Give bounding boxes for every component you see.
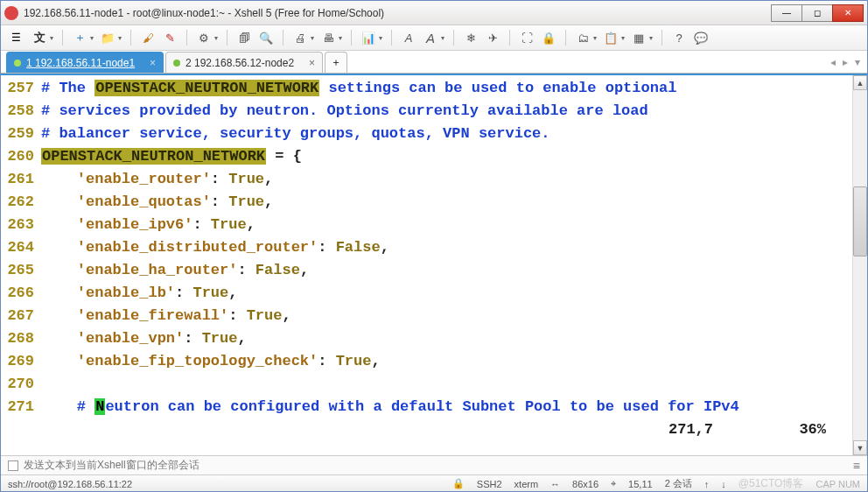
code-text — [41, 373, 852, 396]
vim-pct: 36% — [774, 418, 826, 441]
tab-nav: ◂ ▸ ▾ — [830, 52, 860, 73]
cursor-icon: ⌖ — [611, 478, 616, 489]
code-text: 'enable_ha_router': False, — [41, 259, 852, 282]
broadcast-checkbox[interactable] — [8, 460, 18, 471]
statusbar: ssh://root@192.168.56.11:22 🔒 SSH2 xterm… — [1, 474, 867, 492]
line-number: 262 — [1, 191, 41, 214]
status-sessions: 2 会话 — [665, 477, 692, 490]
code-text: 'enable_vpn': True, — [41, 327, 852, 350]
tab-list-icon[interactable]: ▾ — [855, 56, 860, 68]
code-line: 268 'enable_vpn': True, — [1, 327, 852, 350]
code-line: 270 — [1, 373, 852, 396]
chart-icon[interactable]: 📊 — [360, 29, 376, 46]
new-session-icon[interactable]: ＋ — [72, 29, 88, 46]
vertical-scrollbar[interactable]: ▲ ▼ — [852, 75, 867, 455]
line-number: 260 — [1, 145, 41, 168]
fullscreen-icon[interactable]: ⛶ — [519, 29, 535, 46]
line-number: 259 — [1, 123, 41, 145]
lock-small-icon: 🔒 — [452, 478, 465, 489]
status-size: 86x16 — [572, 479, 598, 489]
settings-icon[interactable]: ⚙ — [196, 29, 212, 46]
code-line: 262 'enable_quotas': True, — [1, 191, 852, 214]
code-text: # services provided by neutron. Options … — [41, 100, 852, 123]
layout1-icon[interactable]: 📋 — [603, 29, 619, 46]
chat-icon[interactable]: 💬 — [693, 29, 709, 46]
line-number: 266 — [1, 282, 41, 305]
scroll-down-icon[interactable]: ▼ — [853, 440, 867, 455]
app-icon — [4, 6, 18, 20]
connection-string: ssh://root@192.168.56.11:22 — [8, 479, 132, 489]
line-number: 267 — [1, 305, 41, 327]
menu-icon[interactable]: ☰ — [6, 28, 25, 47]
watermark: @51CTO博客 — [738, 476, 804, 491]
panel-toggle-icon[interactable]: ≡ — [853, 459, 860, 473]
find-icon[interactable]: 🔍 — [258, 29, 274, 46]
printer-icon[interactable]: 🖶 — [320, 29, 336, 46]
layout2-icon[interactable]: ▦ — [631, 29, 647, 46]
tab-add-button[interactable]: ＋ — [325, 52, 347, 73]
send-icon[interactable]: ✈ — [485, 29, 500, 46]
code-line: 267 'enable_firewall': True, — [1, 305, 852, 327]
code-text: 'enable_quotas': True, — [41, 191, 852, 214]
tab-label: 2 192.168.56.12-node2 — [186, 57, 294, 69]
scroll-thumb[interactable] — [853, 186, 867, 257]
window-buttons: — ◻ ✕ — [772, 4, 864, 22]
font-small-icon[interactable]: A — [401, 29, 416, 46]
open-icon[interactable]: 📁 — [100, 29, 116, 46]
line-number: 261 — [1, 168, 41, 191]
code-text: # The OPENSTACK_NEUTRON_NETWORK settings… — [41, 77, 852, 100]
tab-close-icon[interactable]: × — [150, 57, 156, 69]
copy-icon[interactable]: 🗐 — [236, 29, 252, 46]
code-text: 'enable_firewall': True, — [41, 305, 852, 327]
highlight-icon[interactable]: 🖌 — [140, 29, 156, 46]
tab-next-icon[interactable]: ▸ — [843, 56, 848, 68]
code-line: 257# The OPENSTACK_NEUTRON_NETWORK setti… — [1, 77, 852, 100]
code-text: OPENSTACK_NEUTRON_NETWORK = { — [41, 145, 852, 168]
net-down-icon: ↓ — [721, 479, 726, 489]
tab-prev-icon[interactable]: ◂ — [830, 56, 836, 68]
minimize-button[interactable]: — — [771, 4, 802, 22]
status-cursor: 15,11 — [628, 479, 653, 489]
code-text: # Neutron can be configured with a defau… — [41, 396, 852, 418]
vim-status: 271,736% — [1, 418, 852, 441]
window-title: 192.168.56.11-node1 - root@linux-node1:~… — [24, 7, 772, 19]
code-line: 258# services provided by neutron. Optio… — [1, 100, 852, 123]
code-line: 265 'enable_ha_router': False, — [1, 259, 852, 282]
tab-close-icon[interactable]: × — [309, 57, 315, 69]
cursor: N — [94, 398, 105, 415]
broadcast-label: 发送文本到当前Xshell窗口的全部会话 — [24, 458, 200, 473]
tab-node2[interactable]: 2 192.168.56.12-node2 × — [165, 52, 323, 73]
tab-node1[interactable]: 1 192.168.56.11-node1 × — [6, 52, 164, 73]
font-large-icon[interactable]: A — [423, 29, 438, 46]
line-number: 269 — [1, 350, 41, 373]
edit-icon[interactable]: ✎ — [162, 29, 178, 46]
tile-icon[interactable]: 🗂 — [575, 29, 591, 46]
code-line: 271 # Neutron can be configured with a d… — [1, 396, 852, 418]
freeze-icon[interactable]: ❄ — [463, 29, 479, 46]
status-caps: CAP NUM — [816, 479, 860, 489]
toolbar-text-icon[interactable]: 文 — [32, 29, 47, 46]
lock-icon[interactable]: 🔒 — [541, 29, 556, 46]
code-text: 'enable_lb': True, — [41, 282, 852, 305]
line-number: 271 — [1, 396, 41, 418]
line-number: 264 — [1, 236, 41, 259]
status-dot-icon — [173, 60, 180, 67]
maximize-button[interactable]: ◻ — [802, 4, 833, 22]
terminal-editor[interactable]: 257# The OPENSTACK_NEUTRON_NETWORK setti… — [1, 75, 852, 455]
close-button[interactable]: ✕ — [832, 4, 864, 22]
code-text: 'enable_router': True, — [41, 168, 852, 191]
code-line: 269 'enable_fip_topology_check': True, — [1, 350, 852, 373]
vim-pos: 271,7 — [668, 418, 774, 441]
print-icon[interactable]: 🖨 — [292, 29, 308, 46]
line-number: 257 — [1, 77, 41, 100]
status-ssh: SSH2 — [477, 479, 502, 489]
line-number: 265 — [1, 259, 41, 282]
line-number: 263 — [1, 214, 41, 236]
scroll-up-icon[interactable]: ▲ — [853, 75, 867, 90]
help-icon[interactable]: ? — [671, 29, 687, 46]
tabbar: 1 192.168.56.11-node1 × 2 192.168.56.12-… — [1, 51, 867, 74]
code-text: 'enable_ipv6': True, — [41, 214, 852, 236]
size-icon: ↔ — [550, 479, 560, 489]
code-line: 260OPENSTACK_NEUTRON_NETWORK = { — [1, 145, 852, 168]
code-line: 261 'enable_router': True, — [1, 168, 852, 191]
